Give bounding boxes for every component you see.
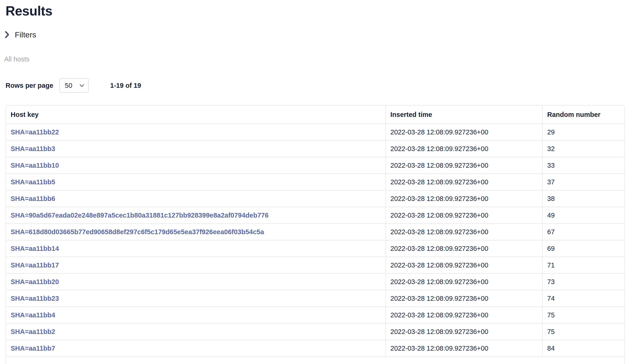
host-key-link[interactable]: SHA=aa11bb7 xyxy=(11,345,55,352)
table-row: SHA=aa11bb4 2022-03-28 12:08:09.927236+0… xyxy=(6,307,624,324)
inserted-time-cell: 2022-03-28 12:08:09.927236+00 xyxy=(385,290,542,307)
host-key-cell: SHA=aa11bb23 xyxy=(6,290,385,307)
random-number-cell: 74 xyxy=(542,290,624,307)
table-row: SHA=aa11bb22 2022-03-28 12:08:09.927236+… xyxy=(6,124,624,141)
random-number-cell: 75 xyxy=(542,307,624,324)
results-table: Host key Inserted time Random number SHA… xyxy=(6,105,625,364)
host-key-cell: SHA=aa11bb6 xyxy=(6,190,385,207)
host-key-link[interactable]: SHA=aa11bb17 xyxy=(11,261,59,269)
random-number-cell: 75 xyxy=(542,324,624,340)
host-key-cell: SHA=90a5d67eada02e248e897a5cec1b80a31881… xyxy=(6,207,385,224)
host-key-link[interactable]: SHA=618d80d03665b77ed90658d8ef297c6f5c17… xyxy=(11,228,264,236)
random-number-cell: 38 xyxy=(542,190,624,207)
host-key-link[interactable]: SHA=aa11bb6 xyxy=(11,195,55,202)
random-number-cell: 37 xyxy=(542,174,624,190)
host-key-link[interactable]: SHA=aa11bb10 xyxy=(11,162,59,169)
table-row: SHA=aa11bb2 2022-03-28 12:08:09.927236+0… xyxy=(6,324,624,340)
random-number-cell: 33 xyxy=(542,157,624,174)
host-key-link[interactable]: SHA=aa11bb2 xyxy=(11,328,55,335)
table-row: SHA=aa11bb3 2022-03-28 12:08:09.927236+0… xyxy=(6,141,624,157)
inserted-time-cell: 2022-03-28 12:08:09.927236+00 xyxy=(385,240,542,257)
host-key-cell: SHA=aa11bb22 xyxy=(6,124,385,141)
host-key-link[interactable]: SHA=aa11bb5 xyxy=(11,178,55,186)
host-key-cell: SHA=aa11bb4 xyxy=(6,307,385,324)
host-key-cell: SHA=aa11bb5 xyxy=(6,174,385,190)
chevron-right-icon xyxy=(5,31,10,38)
inserted-time-cell: 2022-03-28 12:08:09.927236+00 xyxy=(385,124,542,141)
random-number-cell: 71 xyxy=(542,257,624,274)
rows-per-page-value: 50 xyxy=(65,82,72,89)
inserted-time-cell: 2022-03-28 12:08:09.927236+00 xyxy=(385,324,542,340)
host-key-cell: SHA=aa11bb10 xyxy=(6,157,385,174)
table-row: SHA=90a5d67eada02e248e897a5cec1b80a31881… xyxy=(6,207,624,224)
hosts-scope-text: All hosts xyxy=(4,55,625,63)
inserted-time-cell: 2022-03-28 12:08:09.927236+00 xyxy=(385,257,542,274)
rows-per-page-label: Rows per page xyxy=(6,82,53,89)
host-key-link[interactable]: SHA=aa11bb14 xyxy=(11,245,59,252)
host-key-link[interactable]: SHA=aa11bb22 xyxy=(11,128,59,136)
chevron-down-icon xyxy=(79,83,85,88)
inserted-time-cell: 2022-03-28 12:08:09.927236+00 xyxy=(385,340,542,357)
pagination-range-text: 1-19 of 19 xyxy=(110,82,141,89)
inserted-time-cell: 2022-03-28 12:08:09.927236+00 xyxy=(385,174,542,190)
table-row: SHA=618d80d03665b77ed90658d8ef297c6f5c17… xyxy=(6,224,624,240)
host-key-link[interactable]: SHA=aa11bb3 xyxy=(11,145,55,153)
inserted-time-cell: 2022-03-28 12:08:09.927236+00 xyxy=(385,207,542,224)
host-key-link[interactable]: SHA=aa11bb4 xyxy=(11,311,55,319)
inserted-time-cell: 2022-03-28 12:08:09.927236+00 xyxy=(385,141,542,157)
inserted-time-cell: 2022-03-28 12:08:09.927236+00 xyxy=(385,157,542,174)
host-key-link[interactable]: SHA=aa11bb20 xyxy=(11,278,59,285)
results-page: Results Filters All hosts Rows per page … xyxy=(0,3,630,364)
rows-per-page-select[interactable]: 50 xyxy=(59,78,89,93)
page-title: Results xyxy=(6,3,625,18)
inserted-time-cell: 2022-03-28 12:08:09.927236+00 xyxy=(385,307,542,324)
host-key-cell: SHA=aa11bb20 xyxy=(6,274,385,290)
host-key-cell: SHA=618d80d03665b77ed90658d8ef297c6f5c17… xyxy=(6,224,385,240)
host-key-link[interactable]: SHA=aa11bb23 xyxy=(11,295,59,302)
filters-label: Filters xyxy=(15,30,36,39)
random-number-cell: 67 xyxy=(542,224,624,240)
table-row: SHA=aa11bb20 2022-03-28 12:08:09.927236+… xyxy=(6,274,624,290)
column-header-host-key[interactable]: Host key xyxy=(6,106,385,124)
random-number-cell: 73 xyxy=(542,274,624,290)
table-row: SHA=aa11bb7 2022-03-28 12:08:09.927236+0… xyxy=(6,340,624,357)
table-header-row: Host key Inserted time Random number xyxy=(6,106,624,124)
table-body: SHA=aa11bb22 2022-03-28 12:08:09.927236+… xyxy=(6,124,624,357)
host-key-link[interactable]: SHA=90a5d67eada02e248e897a5cec1b80a31881… xyxy=(11,211,268,219)
host-key-cell: SHA=aa11bb14 xyxy=(6,240,385,257)
random-number-cell: 69 xyxy=(542,240,624,257)
table-row: SHA=aa11bb14 2022-03-28 12:08:09.927236+… xyxy=(6,240,624,257)
pagination-toolbar: Rows per page 50 1-19 of 19 xyxy=(6,78,625,93)
host-key-cell: SHA=aa11bb17 xyxy=(6,257,385,274)
inserted-time-cell: 2022-03-28 12:08:09.927236+00 xyxy=(385,190,542,207)
column-header-inserted-time[interactable]: Inserted time xyxy=(385,106,542,124)
inserted-time-cell: 2022-03-28 12:08:09.927236+00 xyxy=(385,274,542,290)
random-number-cell: 49 xyxy=(542,207,624,224)
host-key-cell: SHA=aa11bb3 xyxy=(6,141,385,157)
table-row: SHA=aa11bb5 2022-03-28 12:08:09.927236+0… xyxy=(6,174,624,190)
table-row: SHA=aa11bb6 2022-03-28 12:08:09.927236+0… xyxy=(6,190,624,207)
host-key-cell: SHA=aa11bb2 xyxy=(6,324,385,340)
table-row: SHA=aa11bb10 2022-03-28 12:08:09.927236+… xyxy=(6,157,624,174)
filters-toggle[interactable]: Filters xyxy=(5,30,625,39)
table-row: SHA=aa11bb23 2022-03-28 12:08:09.927236+… xyxy=(6,290,624,307)
random-number-cell: 84 xyxy=(542,340,624,357)
column-header-random-number[interactable]: Random number xyxy=(542,106,624,124)
host-key-cell: SHA=aa11bb7 xyxy=(6,340,385,357)
inserted-time-cell: 2022-03-28 12:08:09.927236+00 xyxy=(385,224,542,240)
table-row: SHA=aa11bb17 2022-03-28 12:08:09.927236+… xyxy=(6,257,624,274)
random-number-cell: 32 xyxy=(542,141,624,157)
random-number-cell: 29 xyxy=(542,124,624,141)
